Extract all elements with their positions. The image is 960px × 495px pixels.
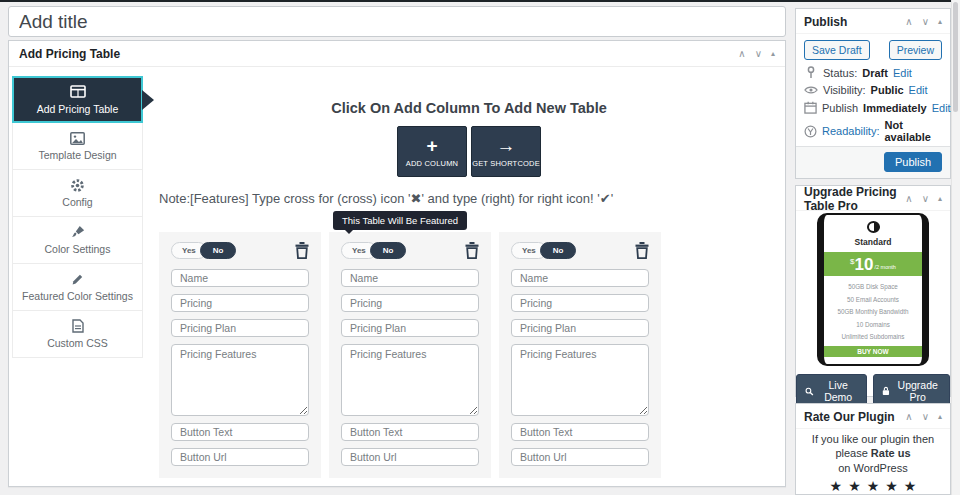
edit-status-link[interactable]: Edit — [893, 67, 912, 79]
collapse-toggle-icon[interactable]: ▴ — [938, 195, 942, 203]
button-text-input[interactable] — [171, 423, 309, 441]
pricing-plan-input[interactable] — [511, 319, 649, 337]
features-note: Note:[Features] Type cross for (cross) i… — [159, 191, 779, 206]
image-icon — [70, 131, 85, 145]
tab-featured-color-settings[interactable]: Featured Color Settings — [12, 264, 143, 311]
status-row: Status: Draft Edit — [804, 66, 942, 79]
plan-features: 50GB Disk Space 50 Email Accounts 50GB M… — [837, 283, 908, 346]
plus-icon: + — [426, 136, 437, 155]
tab-label: Featured Color Settings — [22, 290, 133, 302]
move-up-icon[interactable]: ∧ — [905, 17, 912, 27]
trash-icon — [635, 242, 649, 259]
post-title-input[interactable] — [8, 6, 786, 37]
move-down-icon[interactable]: ∨ — [755, 49, 762, 59]
tab-label: Config — [62, 196, 92, 208]
tab-template-design[interactable]: Template Design — [12, 123, 143, 170]
pricing-plan-input[interactable] — [341, 319, 479, 337]
pricing-plan-input[interactable] — [171, 319, 309, 337]
name-input[interactable] — [511, 269, 649, 287]
plan-feature: 50 Email Accounts — [837, 296, 908, 303]
magnifier-icon — [805, 386, 814, 397]
featured-toggle: Yes No — [171, 242, 236, 259]
tab-custom-css[interactable]: Custom CSS — [12, 311, 143, 358]
lock-icon — [882, 385, 890, 397]
featured-tooltip: This Table Will Be Featured — [333, 211, 467, 230]
plan-logo-icon — [867, 221, 880, 233]
save-draft-button[interactable]: Save Draft — [804, 40, 870, 60]
scrollbar[interactable] — [951, 0, 960, 495]
move-down-icon[interactable]: ∨ — [922, 412, 929, 422]
readability-row: Readability: Not available — [804, 119, 942, 143]
tab-color-settings[interactable]: Color Settings — [12, 217, 143, 264]
add-column-heading: Click On Add Column To Add New Table — [159, 100, 779, 116]
move-down-icon[interactable]: ∨ — [922, 194, 929, 204]
tab-label: Add Pricing Table — [37, 103, 119, 115]
get-shortcode-button[interactable]: → GET SHORTCODE — [471, 126, 541, 177]
toggle-no-button[interactable]: No — [370, 242, 407, 259]
star-icon: ★ — [904, 478, 917, 494]
move-up-icon[interactable]: ∧ — [905, 412, 912, 422]
visibility-row: Visibility: Public Edit — [804, 84, 942, 96]
star-icon: ★ — [848, 478, 861, 494]
add-pricing-table-metabox: Add Pricing Table ∧ ∨ ▴ Add Pricing Tabl… — [8, 40, 786, 487]
pricing-features-textarea[interactable] — [511, 344, 649, 416]
publish-box: Publish ∧ ∨ ▴ Save Draft Preview Status:… — [795, 8, 951, 179]
featured-toggle: Yes No — [341, 242, 406, 259]
edit-visibility-link[interactable]: Edit — [909, 84, 928, 96]
button-url-input[interactable] — [171, 448, 309, 466]
tab-label: Color Settings — [45, 243, 111, 255]
plan-feature: 50GB Monthly Bandwidth — [837, 308, 908, 315]
plan-feature: 50GB Disk Space — [837, 283, 908, 290]
tab-label: Template Design — [38, 149, 116, 161]
pricing-features-textarea[interactable] — [341, 344, 479, 416]
move-up-icon[interactable]: ∧ — [905, 194, 912, 204]
tab-config[interactable]: Config — [12, 170, 143, 217]
button-text-input[interactable] — [511, 423, 649, 441]
plugin-tabs: Add Pricing Table Template Design Config… — [12, 76, 143, 358]
add-column-button[interactable]: + ADD COLUMN — [397, 126, 467, 177]
pricing-column-1: Yes No — [159, 232, 321, 478]
rate-message: If you like our plugin then please Rate … — [796, 429, 950, 475]
delete-column-button[interactable] — [295, 242, 309, 259]
button-text-input[interactable] — [341, 423, 479, 441]
name-input[interactable] — [341, 269, 479, 287]
publish-box-title: Publish — [804, 15, 847, 29]
plan-feature: Unlimited Subdomains — [837, 333, 908, 340]
pricing-input[interactable] — [171, 294, 309, 312]
edit-schedule-link[interactable]: Edit — [932, 102, 951, 114]
delete-column-button[interactable] — [635, 242, 649, 259]
pricing-input[interactable] — [511, 294, 649, 312]
name-input[interactable] — [171, 269, 309, 287]
move-up-icon[interactable]: ∧ — [738, 49, 745, 59]
pricing-input[interactable] — [341, 294, 479, 312]
calendar-icon — [804, 101, 817, 114]
plan-feature: 10 Domains — [837, 321, 908, 328]
pricing-columns: Yes No — [159, 232, 779, 478]
metabox-title: Add Pricing Table — [19, 47, 120, 61]
collapse-toggle-icon[interactable]: ▴ — [938, 413, 942, 421]
tab-add-pricing-table[interactable]: Add Pricing Table — [12, 76, 143, 123]
upgrade-pro-box: Upgrade Pricing Table Pro ∧ ∨ ▴ Standard… — [795, 185, 951, 397]
scrollbar-thumb[interactable] — [953, 2, 958, 112]
button-url-input[interactable] — [341, 448, 479, 466]
preview-button[interactable]: Preview — [889, 40, 942, 60]
metabox-header: Add Pricing Table ∧ ∨ ▴ — [9, 41, 785, 67]
pricing-features-textarea[interactable] — [171, 344, 309, 416]
plan-name: Standard — [855, 237, 892, 247]
publish-button[interactable]: Publish — [884, 152, 942, 172]
pricing-column-2: Yes No — [329, 232, 491, 478]
star-icon: ★ — [867, 478, 880, 494]
pricing-table-preview: Standard $ 10 /2 month 50GB Disk Space 5… — [817, 213, 929, 366]
button-url-input[interactable] — [511, 448, 649, 466]
tab-content-area: Click On Add Column To Add New Table + A… — [159, 66, 779, 484]
collapse-toggle-icon[interactable]: ▴ — [771, 50, 775, 58]
toggle-no-button[interactable]: No — [200, 242, 237, 259]
collapse-toggle-icon[interactable]: ▴ — [938, 18, 942, 26]
admin-bar-edge — [0, 0, 960, 2]
delete-column-button[interactable] — [465, 242, 479, 259]
eye-icon — [804, 85, 818, 95]
toggle-no-button[interactable]: No — [540, 242, 577, 259]
table-icon — [70, 85, 86, 99]
pencil-icon — [71, 272, 84, 286]
move-down-icon[interactable]: ∨ — [922, 17, 929, 27]
